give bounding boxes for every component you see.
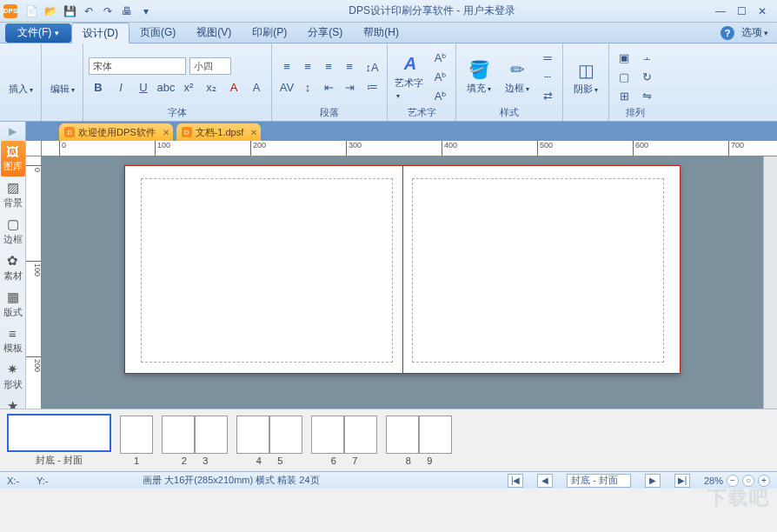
underline-button[interactable]: U xyxy=(134,78,153,96)
tab-share[interactable]: 分享(S) xyxy=(297,23,353,43)
new-icon[interactable]: 📄 xyxy=(24,4,38,18)
save-icon[interactable]: 💾 xyxy=(63,4,76,18)
page-spread[interactable] xyxy=(124,165,681,374)
superscript-button[interactable]: x² xyxy=(179,78,198,96)
rotate-button[interactable]: ↻ xyxy=(637,68,656,85)
indent-right-button[interactable]: ⇥ xyxy=(340,78,359,96)
open-icon[interactable]: 📂 xyxy=(43,4,57,18)
char-spacing-button[interactable]: AV xyxy=(277,78,296,96)
document-tabs: D 欢迎使用DPS软件 ✕ D 文档-1.dpsf ✕ xyxy=(26,122,777,141)
font-controls: 宋体 小四 B I U abc x² x₂ A A xyxy=(89,57,266,96)
thumb-page-8[interactable] xyxy=(386,416,419,454)
align-center-button[interactable]: ≡ xyxy=(298,57,317,75)
side-border[interactable]: ▢边框 xyxy=(1,213,25,249)
highlight-button[interactable]: A xyxy=(247,78,266,96)
wordart-button[interactable]: A艺术字 xyxy=(393,52,428,102)
horizontal-ruler[interactable]: 0 100 200 300 400 500 600 700 xyxy=(42,141,777,156)
side-favorite[interactable]: ★收藏 xyxy=(1,395,25,409)
insert-button[interactable]: 插入 xyxy=(5,58,36,97)
thumb-page-9[interactable] xyxy=(419,416,452,454)
subscript-button[interactable]: x₂ xyxy=(202,78,221,96)
side-shape[interactable]: ✷形状 xyxy=(1,358,25,395)
vertical-ruler[interactable]: 0 100 200 xyxy=(26,156,42,409)
line-spacing-button[interactable]: ↕ xyxy=(298,78,317,96)
vertical-scrollbar[interactable] xyxy=(763,156,777,409)
border-button[interactable]: ✏边框 xyxy=(500,57,535,96)
nav-page-select[interactable]: 封底 - 封面 xyxy=(567,474,631,488)
thumb-cover[interactable] xyxy=(7,414,111,452)
fill-button[interactable]: 🪣填充 xyxy=(462,57,496,96)
align-right-button[interactable]: ≡ xyxy=(319,57,338,75)
minimize-button[interactable]: — xyxy=(711,4,730,18)
align-justify-button[interactable]: ≡ xyxy=(340,57,359,75)
zoom-out-button[interactable]: − xyxy=(727,475,739,487)
close-tab-icon[interactable]: ✕ xyxy=(250,128,257,137)
wordart-style2-button[interactable]: Aᵇ xyxy=(431,68,450,85)
font-family-select[interactable]: 宋体 xyxy=(89,57,186,75)
side-layout[interactable]: ▦版式 xyxy=(1,286,25,323)
qat-more-icon[interactable]: ▾ xyxy=(139,4,153,18)
side-gallery[interactable]: 🖼图库 xyxy=(1,141,25,176)
undo-icon[interactable]: ↶ xyxy=(82,4,96,18)
thumb-page-7[interactable] xyxy=(344,416,377,454)
indent-left-button[interactable]: ⇤ xyxy=(319,78,338,96)
doc-tab-welcome[interactable]: D 欢迎使用DPS软件 ✕ xyxy=(59,123,173,141)
tab-app-icon: D xyxy=(64,127,75,137)
wordart-style3-button[interactable]: Aᵇ xyxy=(431,87,450,104)
font-group-label: 字体 xyxy=(89,106,266,121)
close-tab-icon[interactable]: ✕ xyxy=(163,128,169,137)
nav-prev-button[interactable]: ◀ xyxy=(537,474,553,488)
thumb-page-1[interactable] xyxy=(120,416,153,454)
shadow-button[interactable]: ◫阴影 xyxy=(568,58,603,97)
side-template[interactable]: ≡模板 xyxy=(1,323,25,358)
doc-tab-document[interactable]: D 文档-1.dpsf ✕ xyxy=(176,123,262,141)
tab-print[interactable]: 印刷(P) xyxy=(242,23,297,43)
tab-design[interactable]: 设计(D) xyxy=(71,23,130,43)
tab-help[interactable]: 帮助(H) xyxy=(353,23,409,43)
shape-icon: ✷ xyxy=(7,362,18,377)
line-style-button[interactable]: ═ xyxy=(538,49,557,66)
italic-button[interactable]: I xyxy=(111,78,130,96)
align-objects-button[interactable]: ⫠ xyxy=(637,49,656,66)
arrow-style-button[interactable]: ⇄ xyxy=(538,87,557,104)
side-material[interactable]: ✿素材 xyxy=(1,249,25,286)
font-color-button[interactable]: A xyxy=(224,78,243,96)
expand-panel-button[interactable]: ▶ xyxy=(0,122,26,141)
print-icon[interactable]: 🖶 xyxy=(120,4,134,18)
tab-page[interactable]: 页面(G) xyxy=(130,23,186,43)
flip-button[interactable]: ⇋ xyxy=(637,87,656,104)
close-button[interactable]: ✕ xyxy=(753,4,772,18)
align-left-button[interactable]: ≡ xyxy=(277,57,296,75)
thumb-page-6[interactable] xyxy=(311,416,344,454)
file-menu-button[interactable]: 文件(F) xyxy=(5,23,71,43)
text-direction-button[interactable]: ↕A xyxy=(362,58,382,76)
thumb-page-2[interactable] xyxy=(162,416,195,454)
page-margin-right xyxy=(412,178,664,362)
dash-style-button[interactable]: ┄ xyxy=(538,68,557,85)
thumb-page-3[interactable] xyxy=(195,416,228,454)
redo-icon[interactable]: ↷ xyxy=(101,4,115,18)
bullets-button[interactable]: ≔ xyxy=(362,77,382,95)
tab-view[interactable]: 视图(V) xyxy=(186,23,242,43)
send-back-button[interactable]: ▢ xyxy=(614,68,634,85)
nav-next-button[interactable]: ▶ xyxy=(645,474,661,488)
canvas-viewport[interactable] xyxy=(42,156,763,409)
edit-button[interactable]: 编辑 xyxy=(47,58,77,97)
bold-button[interactable]: B xyxy=(89,78,108,96)
maximize-button[interactable]: ☐ xyxy=(732,4,751,18)
group-button[interactable]: ⊞ xyxy=(614,87,634,104)
nav-first-button[interactable]: |◀ xyxy=(508,474,523,488)
font-size-select[interactable]: 小四 xyxy=(189,57,231,75)
thumb-page-4[interactable] xyxy=(236,416,269,454)
help-icon[interactable]: ? xyxy=(721,26,734,40)
nav-last-button[interactable]: ▶| xyxy=(674,474,690,488)
wordart-style1-button[interactable]: Aᵇ xyxy=(431,49,450,66)
bring-front-button[interactable]: ▣ xyxy=(614,49,634,66)
thumb-page-5[interactable] xyxy=(269,416,302,454)
strike-button[interactable]: abc xyxy=(156,78,176,96)
options-menu[interactable]: 选项 xyxy=(741,25,768,40)
zoom-fit-button[interactable]: ○ xyxy=(742,475,754,487)
side-background[interactable]: ▨背景 xyxy=(1,176,25,213)
zoom-in-button[interactable]: + xyxy=(758,475,770,487)
wordart-icon: A xyxy=(400,54,421,75)
